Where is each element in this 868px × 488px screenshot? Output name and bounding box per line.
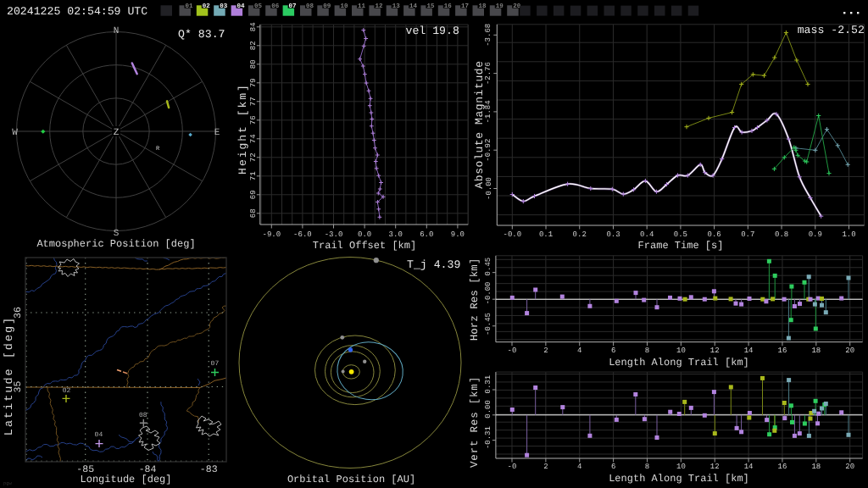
svg-text:Z: Z bbox=[114, 128, 120, 138]
svg-text:-0.0: -0.0 bbox=[503, 230, 521, 239]
svg-text:3.0: 3.0 bbox=[389, 230, 403, 239]
svg-text:18: 18 bbox=[811, 347, 821, 355]
svg-text:Horz Res [km]: Horz Res [km] bbox=[469, 258, 481, 341]
svg-text:69: 69 bbox=[250, 190, 259, 199]
svg-text:14: 14 bbox=[744, 463, 754, 471]
svg-text:-0.45: -0.45 bbox=[484, 313, 492, 336]
svg-text:12: 12 bbox=[710, 463, 720, 471]
svg-text:2: 2 bbox=[543, 463, 548, 471]
svg-text:W: W bbox=[12, 128, 18, 138]
svg-text:Latitude [deg]: Latitude [deg] bbox=[3, 316, 16, 435]
svg-text:20241225 02:54:59 UTC: 20241225 02:54:59 UTC bbox=[7, 5, 147, 18]
svg-text:0.3: 0.3 bbox=[606, 230, 620, 239]
svg-text:18: 18 bbox=[811, 463, 821, 471]
svg-text:76: 76 bbox=[250, 115, 259, 125]
svg-text:04: 04 bbox=[237, 3, 246, 10]
svg-text:-0.31: -0.31 bbox=[484, 426, 492, 449]
svg-text:0.00: 0.00 bbox=[484, 400, 492, 419]
svg-text:R: R bbox=[156, 146, 160, 152]
svg-text:-0.92: -0.92 bbox=[485, 139, 493, 162]
svg-text:9.0: 9.0 bbox=[451, 230, 465, 239]
svg-text:vel 19.8: vel 19.8 bbox=[405, 25, 459, 37]
svg-text:14: 14 bbox=[744, 347, 754, 355]
svg-text:Length Along Trail [km]: Length Along Trail [km] bbox=[609, 473, 749, 485]
svg-text:0.0: 0.0 bbox=[358, 230, 371, 239]
svg-text:77: 77 bbox=[250, 97, 259, 106]
svg-text:80: 80 bbox=[250, 59, 259, 69]
svg-text:18: 18 bbox=[478, 3, 487, 10]
svg-text:-2.76: -2.76 bbox=[485, 62, 493, 85]
svg-text:-3.68: -3.68 bbox=[485, 24, 493, 47]
svg-text:N: N bbox=[114, 26, 120, 36]
svg-text:Absolute Magnitude: Absolute Magnitude bbox=[473, 60, 486, 188]
svg-text:14: 14 bbox=[409, 3, 418, 10]
svg-text:0.7: 0.7 bbox=[741, 230, 754, 239]
svg-text:Q* 83.7: Q* 83.7 bbox=[178, 28, 225, 41]
svg-text:-9.0: -9.0 bbox=[262, 230, 281, 239]
svg-text:15: 15 bbox=[426, 3, 435, 10]
svg-text:10: 10 bbox=[676, 347, 686, 355]
svg-text:1.0: 1.0 bbox=[842, 230, 855, 239]
svg-text:01: 01 bbox=[185, 3, 193, 10]
svg-text:2: 2 bbox=[543, 347, 548, 355]
svg-text:09: 09 bbox=[323, 3, 331, 10]
svg-text:20: 20 bbox=[845, 347, 854, 355]
svg-text:16: 16 bbox=[444, 3, 453, 10]
svg-text:82: 82 bbox=[250, 41, 259, 50]
svg-text:Height [km]: Height [km] bbox=[236, 83, 249, 175]
svg-text:6: 6 bbox=[611, 463, 615, 471]
svg-text:17: 17 bbox=[461, 3, 469, 10]
svg-text:4: 4 bbox=[577, 347, 581, 355]
svg-text:-0.00: -0.00 bbox=[484, 281, 492, 304]
svg-text:13: 13 bbox=[392, 3, 401, 10]
svg-text:8: 8 bbox=[645, 463, 649, 471]
svg-text:Length Along Trail [km]: Length Along Trail [km] bbox=[609, 357, 749, 369]
svg-text:Orbital Position [AU]: Orbital Position [AU] bbox=[287, 474, 415, 485]
svg-text:84: 84 bbox=[250, 22, 259, 31]
svg-text:74: 74 bbox=[250, 134, 259, 143]
svg-text:6.0: 6.0 bbox=[420, 230, 433, 239]
svg-text:-0.00: -0.00 bbox=[485, 177, 493, 200]
svg-text:6: 6 bbox=[611, 347, 615, 355]
svg-text:0.8: 0.8 bbox=[775, 230, 788, 239]
svg-text:16: 16 bbox=[778, 463, 787, 471]
svg-text:08: 08 bbox=[306, 3, 314, 10]
svg-text:8: 8 bbox=[645, 347, 649, 355]
svg-text:0.5: 0.5 bbox=[674, 230, 687, 239]
svg-text:pgw: pgw bbox=[3, 480, 13, 486]
svg-text:0.1: 0.1 bbox=[539, 230, 553, 239]
svg-text:08: 08 bbox=[139, 412, 147, 419]
svg-text:02: 02 bbox=[63, 387, 71, 395]
svg-text:mass -2.52: mass -2.52 bbox=[798, 24, 865, 36]
svg-text:0.4: 0.4 bbox=[640, 230, 654, 239]
svg-text:S: S bbox=[114, 229, 120, 239]
svg-text:-1.84: -1.84 bbox=[485, 100, 493, 123]
svg-text:07: 07 bbox=[211, 360, 220, 368]
svg-text:12: 12 bbox=[710, 347, 720, 355]
svg-text:05: 05 bbox=[254, 3, 263, 10]
svg-text:0.6: 0.6 bbox=[707, 230, 721, 239]
svg-text:07: 07 bbox=[289, 3, 297, 10]
svg-text:06: 06 bbox=[271, 3, 280, 10]
svg-text:Trail Offset [km]: Trail Offset [km] bbox=[313, 240, 416, 252]
svg-text:11: 11 bbox=[358, 3, 366, 10]
svg-text:T_j 4.39: T_j 4.39 bbox=[407, 258, 460, 271]
svg-text:03: 03 bbox=[220, 3, 228, 10]
svg-text:Frame Time [s]: Frame Time [s] bbox=[638, 240, 724, 252]
svg-text:72: 72 bbox=[250, 152, 259, 162]
svg-text:-83: -83 bbox=[200, 464, 218, 475]
svg-text:04: 04 bbox=[95, 431, 103, 439]
svg-text:0.2: 0.2 bbox=[573, 230, 587, 239]
svg-text:Longitude [deg]: Longitude [deg] bbox=[80, 474, 171, 485]
svg-text:19: 19 bbox=[496, 3, 504, 10]
svg-text:10: 10 bbox=[341, 3, 349, 10]
svg-text:12: 12 bbox=[375, 3, 383, 10]
svg-text:16: 16 bbox=[778, 347, 787, 355]
svg-text:Atmospheric Position [deg]: Atmospheric Position [deg] bbox=[36, 238, 195, 250]
svg-text:68: 68 bbox=[250, 208, 259, 218]
svg-text:0.31: 0.31 bbox=[484, 375, 492, 394]
svg-text:Vert Res [km]: Vert Res [km] bbox=[469, 376, 481, 468]
svg-text:0.45: 0.45 bbox=[484, 258, 492, 276]
svg-text:79: 79 bbox=[250, 78, 259, 87]
svg-text:02: 02 bbox=[203, 3, 211, 10]
